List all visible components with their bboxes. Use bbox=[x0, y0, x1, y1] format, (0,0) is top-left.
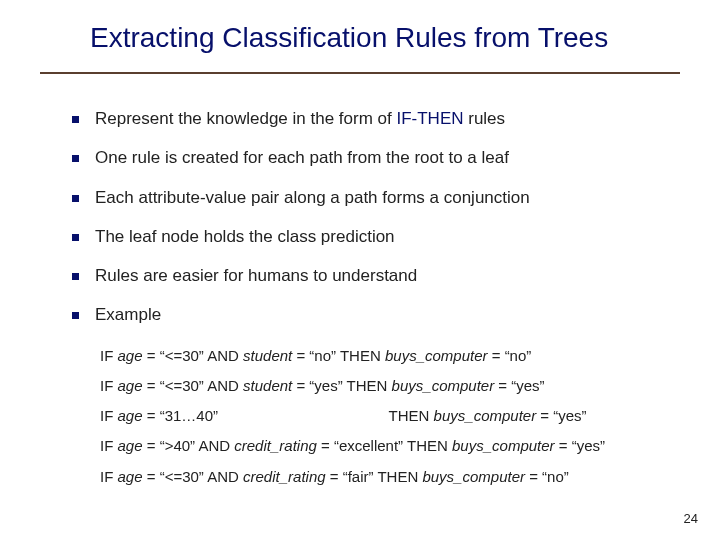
bullet-pre: Each attribute-value pair along a path f… bbox=[95, 188, 530, 207]
rule-line: IF age = “<=30” AND student = “no” THEN … bbox=[100, 346, 680, 366]
bullet-text: Rules are easier for humans to understan… bbox=[95, 265, 417, 286]
bullet-icon bbox=[72, 155, 79, 162]
attr: age bbox=[118, 377, 143, 394]
val: “<=30” bbox=[160, 377, 204, 394]
eq: = bbox=[536, 407, 553, 424]
val: “31…40” bbox=[160, 407, 218, 424]
eq: = bbox=[143, 437, 160, 454]
eq: = bbox=[292, 347, 309, 364]
bullet-list: Represent the knowledge in the form of I… bbox=[72, 108, 680, 326]
rule-line: IF age = “<=30” AND student = “yes” THEN… bbox=[100, 376, 680, 396]
bullet-icon bbox=[72, 234, 79, 241]
eq: = bbox=[317, 437, 334, 454]
attr: age bbox=[118, 407, 143, 424]
eq: = bbox=[143, 468, 160, 485]
val: “<=30” bbox=[160, 347, 204, 364]
attr: buys_computer bbox=[452, 437, 555, 454]
bullet-pre: Example bbox=[95, 305, 161, 324]
attr: buys_computer bbox=[385, 347, 488, 364]
bullet-post: rules bbox=[464, 109, 506, 128]
val: “fair” bbox=[343, 468, 374, 485]
val: “no” bbox=[309, 347, 336, 364]
slide-title: Extracting Classification Rules from Tre… bbox=[90, 22, 680, 54]
attr: age bbox=[118, 347, 143, 364]
example-block: IF age = “<=30” AND student = “no” THEN … bbox=[0, 344, 720, 487]
eq: = bbox=[143, 377, 160, 394]
list-item: Represent the knowledge in the form of I… bbox=[72, 108, 680, 129]
then-kw: THEN bbox=[336, 347, 385, 364]
bullet-text: The leaf node holds the class prediction bbox=[95, 226, 395, 247]
bullet-pre: Represent the knowledge in the form of bbox=[95, 109, 396, 128]
bullet-key: IF-THEN bbox=[396, 109, 463, 128]
bullet-icon bbox=[72, 195, 79, 202]
if-kw: IF bbox=[100, 468, 118, 485]
val: “<=30” bbox=[160, 468, 204, 485]
and-kw: AND bbox=[204, 377, 243, 394]
if-kw: IF bbox=[100, 347, 118, 364]
bullet-pre: The leaf node holds the class prediction bbox=[95, 227, 395, 246]
bullet-pre: One rule is created for each path from t… bbox=[95, 148, 509, 167]
attr: student bbox=[243, 347, 292, 364]
bullet-icon bbox=[72, 312, 79, 319]
bullet-text: Example bbox=[95, 304, 161, 325]
if-kw: IF bbox=[100, 407, 118, 424]
content: Represent the knowledge in the form of I… bbox=[0, 74, 720, 326]
then-kw: THEN bbox=[385, 407, 434, 424]
bullet-text: One rule is created for each path from t… bbox=[95, 147, 509, 168]
eq: = bbox=[494, 377, 511, 394]
and-kw: AND bbox=[195, 437, 234, 454]
page-number: 24 bbox=[684, 511, 698, 526]
eq: = bbox=[525, 468, 542, 485]
list-item: Example bbox=[72, 304, 680, 325]
val: “no” bbox=[505, 347, 532, 364]
attr: age bbox=[118, 468, 143, 485]
val: “yes” bbox=[553, 407, 586, 424]
and-kw: AND bbox=[204, 468, 243, 485]
list-item: Rules are easier for humans to understan… bbox=[72, 265, 680, 286]
attr: age bbox=[118, 437, 143, 454]
title-wrap: Extracting Classification Rules from Tre… bbox=[0, 0, 720, 62]
bullet-icon bbox=[72, 273, 79, 280]
slide: Extracting Classification Rules from Tre… bbox=[0, 0, 720, 540]
eq: = bbox=[143, 347, 160, 364]
if-kw: IF bbox=[100, 377, 118, 394]
attr: buys_computer bbox=[434, 407, 537, 424]
bullet-icon bbox=[72, 116, 79, 123]
rule-line: IF age = “<=30” AND credit_rating = “fai… bbox=[100, 467, 680, 487]
attr: buys_computer bbox=[392, 377, 495, 394]
bullet-text: Represent the knowledge in the form of I… bbox=[95, 108, 505, 129]
spacer bbox=[218, 407, 385, 424]
val: “yes” bbox=[309, 377, 342, 394]
if-kw: IF bbox=[100, 437, 118, 454]
eq: = bbox=[143, 407, 160, 424]
then-kw: THEN bbox=[374, 468, 423, 485]
then-kw: THEN bbox=[403, 437, 452, 454]
bullet-text: Each attribute-value pair along a path f… bbox=[95, 187, 530, 208]
rule-line: IF age = “>40” AND credit_rating = “exce… bbox=[100, 436, 680, 456]
list-item: Each attribute-value pair along a path f… bbox=[72, 187, 680, 208]
list-item: The leaf node holds the class prediction bbox=[72, 226, 680, 247]
val: “yes” bbox=[511, 377, 544, 394]
val: “excellent” bbox=[334, 437, 403, 454]
attr: buys_computer bbox=[422, 468, 525, 485]
val: “>40” bbox=[160, 437, 195, 454]
then-kw: THEN bbox=[343, 377, 392, 394]
val: “no” bbox=[542, 468, 569, 485]
val: “yes” bbox=[572, 437, 605, 454]
eq: = bbox=[555, 437, 572, 454]
rule-line: IF age = “31…40” THEN buys_computer = “y… bbox=[100, 406, 680, 426]
and-kw: AND bbox=[204, 347, 243, 364]
eq: = bbox=[326, 468, 343, 485]
eq: = bbox=[488, 347, 505, 364]
attr: credit_rating bbox=[243, 468, 326, 485]
list-item: One rule is created for each path from t… bbox=[72, 147, 680, 168]
eq: = bbox=[292, 377, 309, 394]
attr: student bbox=[243, 377, 292, 394]
bullet-pre: Rules are easier for humans to understan… bbox=[95, 266, 417, 285]
attr: credit_rating bbox=[234, 437, 317, 454]
